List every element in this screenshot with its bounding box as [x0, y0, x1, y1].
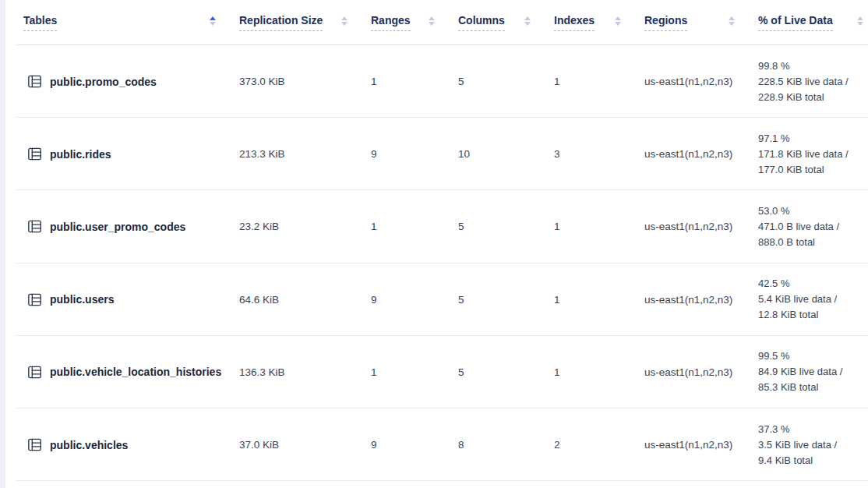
- live-data-cell: 99.5 % 84.9 KiB live data / 85.3 KiB tot…: [758, 336, 868, 408]
- table-name-link[interactable]: public.vehicles: [50, 439, 128, 451]
- column-header-label: Replication Size: [239, 14, 323, 31]
- replication-size-cell: 136.3 KiB: [239, 336, 371, 408]
- sort-asc-icon: [524, 16, 531, 20]
- column-header-label: Ranges: [371, 14, 411, 31]
- indexes-cell: 1: [554, 263, 644, 336]
- replication-size-cell: 37.0 KiB: [239, 408, 371, 481]
- table-icon: [28, 220, 41, 233]
- column-header-indexes[interactable]: Indexes: [554, 0, 644, 45]
- table-row: public.vehicles 37.0 KiB 9 8 2 us-east1(…: [5, 408, 868, 481]
- table-row: public.users 64.6 KiB 9 5 1 us-east1(n1,…: [5, 263, 868, 336]
- table-icon: [28, 366, 41, 379]
- sort-asc-icon: [857, 16, 863, 20]
- sort-asc-icon: [429, 16, 435, 20]
- sort-asc-icon: [341, 16, 348, 20]
- table-name-link[interactable]: public.vehicle_location_histories: [50, 366, 221, 378]
- table-name-cell: public.vehicle_location_histories: [5, 336, 239, 408]
- sort-control: [341, 16, 348, 29]
- columns-cell: 5: [458, 190, 554, 263]
- sort-control: [857, 16, 863, 29]
- column-header-ranges[interactable]: Ranges: [371, 0, 458, 45]
- sort-control: [210, 16, 216, 29]
- live-data-percent: 53.0 %: [758, 203, 789, 219]
- indexes-cell: 1: [554, 190, 644, 263]
- regions-cell: us-east1(n1,n2,n3): [644, 118, 758, 190]
- total-data-amount: 888.0 B total: [758, 235, 815, 250]
- replication-size-cell: 213.3 KiB: [239, 118, 371, 190]
- table-name-link[interactable]: public.user_promo_codes: [50, 221, 185, 233]
- sort-asc-icon: [210, 16, 216, 20]
- column-header-columns[interactable]: Columns: [458, 0, 554, 45]
- column-header-tables[interactable]: Tables: [5, 0, 239, 45]
- table-icon: [28, 75, 41, 88]
- live-data-percent: 37.3 %: [758, 422, 789, 437]
- regions-cell: us-east1(n1,n2,n3): [644, 408, 758, 481]
- ranges-cell: 9: [371, 118, 458, 190]
- live-data-cell: 97.1 % 171.8 KiB live data / 177.0 KiB t…: [758, 118, 868, 190]
- table-name-cell: public.users: [5, 263, 239, 336]
- sort-control: [524, 16, 531, 29]
- live-data-amount: 3.5 KiB live data /: [758, 437, 837, 453]
- live-data-percent: 99.8 %: [758, 58, 789, 74]
- live-data-percent: 99.5 %: [758, 348, 789, 364]
- sort-asc-icon: [615, 16, 621, 20]
- ranges-cell: 1: [371, 336, 458, 408]
- live-data-cell: 42.5 % 5.4 KiB live data / 12.8 KiB tota…: [758, 263, 868, 336]
- columns-cell: 8: [458, 408, 554, 481]
- total-data-amount: 228.9 KiB total: [758, 90, 824, 105]
- sort-desc-icon: [615, 22, 621, 26]
- sort-control: [615, 16, 621, 29]
- live-data-amount: 171.8 KiB live data /: [758, 147, 849, 162]
- indexes-cell: 1: [554, 45, 644, 118]
- sort-desc-icon: [857, 22, 863, 26]
- regions-cell: us-east1(n1,n2,n3): [644, 263, 758, 336]
- table-row: public.user_promo_codes 23.2 KiB 1 5 1 u…: [5, 190, 868, 263]
- replication-size-cell: 373.0 KiB: [239, 45, 371, 118]
- table-name-cell: public.rides: [5, 118, 239, 190]
- sort-control: [429, 16, 435, 29]
- table-body: public.promo_codes 373.0 KiB 1 5 1 us-ea…: [5, 45, 868, 481]
- sort-desc-icon: [341, 22, 348, 26]
- table-row: public.vehicle_location_histories 136.3 …: [5, 336, 868, 408]
- column-header-of-live-data[interactable]: % of Live Data: [758, 0, 868, 45]
- indexes-cell: 3: [554, 118, 644, 190]
- table-icon: [28, 438, 41, 451]
- ranges-cell: 9: [371, 408, 458, 481]
- live-data-percent: 97.1 %: [758, 131, 789, 147]
- columns-cell: 5: [458, 336, 554, 408]
- column-header-label: Regions: [644, 14, 687, 31]
- table-row: public.promo_codes 373.0 KiB 1 5 1 us-ea…: [5, 45, 868, 118]
- live-data-cell: 53.0 % 471.0 B live data / 888.0 B total: [758, 190, 868, 263]
- ranges-cell: 9: [371, 263, 458, 336]
- live-data-amount: 228.5 KiB live data /: [758, 74, 849, 90]
- sort-desc-icon: [729, 22, 735, 26]
- regions-cell: us-east1(n1,n2,n3): [644, 190, 758, 263]
- table-name-link[interactable]: public.promo_codes: [50, 76, 157, 88]
- columns-cell: 10: [458, 118, 554, 190]
- table-name-link[interactable]: public.rides: [50, 148, 111, 161]
- indexes-cell: 1: [554, 336, 644, 408]
- total-data-amount: 9.4 KiB total: [758, 453, 813, 469]
- replication-size-cell: 64.6 KiB: [239, 263, 371, 336]
- live-data-cell: 37.3 % 3.5 KiB live data / 9.4 KiB total: [758, 408, 868, 481]
- sort-control: [729, 16, 735, 29]
- live-data-amount: 5.4 KiB live data /: [758, 292, 837, 307]
- total-data-amount: 177.0 KiB total: [758, 162, 824, 178]
- regions-cell: us-east1(n1,n2,n3): [644, 45, 758, 118]
- columns-cell: 5: [458, 263, 554, 336]
- sort-desc-icon: [524, 22, 531, 26]
- column-header-regions[interactable]: Regions: [644, 0, 758, 45]
- column-header-label: Indexes: [554, 14, 595, 31]
- table-name-cell: public.user_promo_codes: [5, 190, 239, 263]
- regions-cell: us-east1(n1,n2,n3): [644, 336, 758, 408]
- sort-asc-icon: [729, 16, 735, 20]
- total-data-amount: 85.3 KiB total: [758, 380, 818, 395]
- tables-list-card: Tables Replication Size Ranges Columns I…: [5, 0, 868, 488]
- column-header-replication-size[interactable]: Replication Size: [239, 0, 371, 45]
- live-data-percent: 42.5 %: [758, 276, 789, 292]
- column-header-label: Tables: [23, 14, 57, 31]
- table-name-link[interactable]: public.users: [50, 293, 114, 306]
- live-data-amount: 471.0 B live data /: [758, 219, 839, 235]
- table-icon: [28, 147, 41, 161]
- live-data-amount: 84.9 KiB live data /: [758, 364, 842, 380]
